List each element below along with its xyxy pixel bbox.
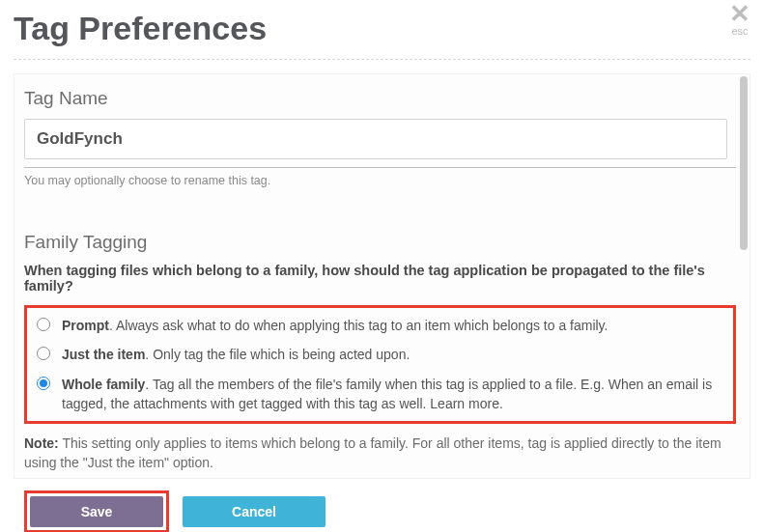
option-prompt[interactable]: Prompt. Always ask what to do when apply…: [33, 316, 727, 335]
save-button-highlight: Save: [24, 490, 169, 532]
title-divider: [14, 59, 750, 60]
tag-name-underline: [24, 167, 736, 168]
tag-name-label: Tag Name: [24, 88, 736, 109]
radio-icon: [37, 318, 50, 331]
dialog-title: Tag Preferences: [14, 10, 750, 47]
scrollbar-thumb[interactable]: [740, 76, 748, 250]
dialog-buttons: Save Cancel: [24, 490, 736, 532]
tag-name-hint: You may optionally choose to rename this…: [24, 174, 736, 187]
dialog-body: Tag Name You may optionally choose to re…: [14, 73, 750, 479]
radio-icon: [37, 347, 50, 360]
family-tagging-options-highlight: Prompt. Always ask what to do when apply…: [24, 305, 736, 424]
tag-preferences-dialog: ✕ esc Tag Preferences Tag Name You may o…: [0, 0, 764, 492]
option-prompt-text: Prompt. Always ask what to do when apply…: [62, 316, 608, 335]
option-whole-family[interactable]: Whole family. Tag all the members of the…: [33, 375, 727, 414]
cancel-button[interactable]: Cancel: [183, 496, 325, 527]
option-whole-family-text: Whole family. Tag all the members of the…: [62, 375, 723, 414]
family-tagging-note: Note: This setting only applies to items…: [24, 434, 736, 473]
save-button[interactable]: Save: [30, 496, 163, 527]
radio-icon: [37, 377, 50, 390]
close-icon: ✕: [729, 4, 750, 24]
scrollbar-track[interactable]: [740, 76, 748, 476]
tag-name-input[interactable]: [24, 119, 727, 159]
option-just-the-item[interactable]: Just the item. Only tag the file which i…: [33, 345, 727, 364]
close-button[interactable]: ✕ esc: [729, 4, 750, 37]
family-tagging-label: Family Tagging: [24, 232, 736, 253]
family-tagging-question: When tagging files which belong to a fam…: [24, 263, 736, 294]
option-just-the-item-text: Just the item. Only tag the file which i…: [62, 345, 410, 364]
close-esc-label: esc: [729, 26, 750, 37]
